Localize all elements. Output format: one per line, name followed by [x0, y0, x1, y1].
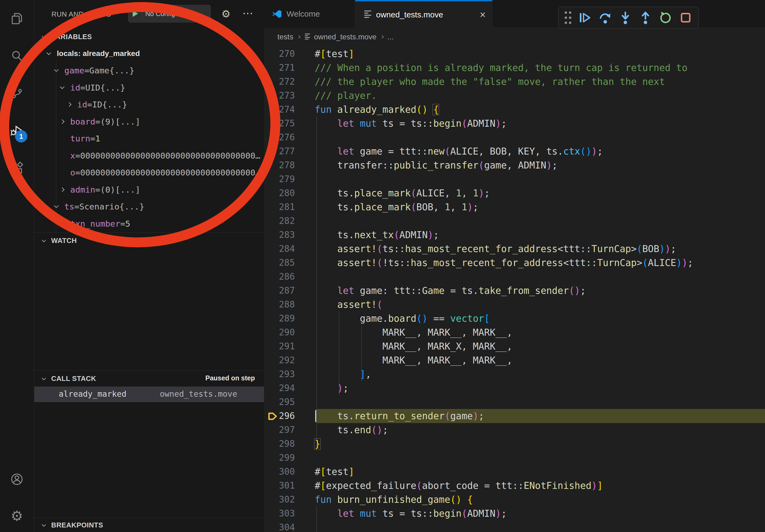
call-stack-frame-row[interactable]: already_markedowned_tests.move: [34, 387, 264, 402]
line-number: 292: [264, 353, 295, 367]
step-into-button[interactable]: [619, 11, 631, 24]
chevron-down-icon[interactable]: [61, 87, 70, 89]
close-tab-icon[interactable]: ×: [480, 11, 486, 19]
code-line[interactable]: 294 );: [264, 381, 765, 395]
code-line[interactable]: 281 ts.place_mark(BOB, 1, 1);: [264, 200, 765, 214]
code-line[interactable]: 298}: [264, 437, 765, 451]
code-line[interactable]: 295: [264, 395, 765, 409]
code-line[interactable]: 286: [264, 270, 765, 284]
code-line[interactable]: 271/// When a position is already marked…: [264, 61, 765, 75]
step-over-button[interactable]: [599, 11, 611, 24]
debug-badge: 1: [15, 130, 27, 142]
tab-owned-tests-move[interactable]: owned_tests.move ×: [355, 0, 492, 28]
extensions-icon[interactable]: [10, 161, 24, 175]
continue-button[interactable]: [579, 11, 591, 24]
variable-row[interactable]: locals: already_marked: [34, 45, 264, 62]
code-line[interactable]: 292 MARK__, MARK__, MARK__,: [264, 353, 765, 367]
code-line[interactable]: 277 let game = ttt::new(ALICE, BOB, KEY,…: [264, 144, 765, 158]
code-line[interactable]: 288 assert!(: [264, 298, 765, 312]
code-line[interactable]: 282: [264, 214, 765, 228]
chevron-right-icon[interactable]: [68, 103, 77, 106]
variable-row[interactable]: admin = (0)[...]: [34, 181, 264, 198]
breakpoints-section-header[interactable]: BREAKPOINTS: [34, 518, 264, 532]
breadcrumb-tests[interactable]: tests: [278, 33, 293, 41]
variable-row[interactable]: x = 000000000000000000000000000000000000…: [34, 147, 264, 164]
code-line-text: ts.next_tx(ADMIN);: [315, 228, 439, 242]
chevron-right-icon[interactable]: [61, 120, 70, 123]
variable-row[interactable]: id = UID{...}: [34, 79, 264, 96]
restart-button[interactable]: [659, 11, 672, 24]
equals-sign: =: [75, 168, 80, 177]
code-line[interactable]: 279: [264, 172, 765, 186]
variable-row[interactable]: txn_number = 5: [34, 215, 264, 232]
variables-list: locals: already_markedgame = Game{...}id…: [34, 45, 264, 232]
code-line[interactable]: 302fun burn_unfinished_game() {: [264, 493, 765, 507]
explorer-icon[interactable]: [10, 12, 24, 25]
breadcrumb-symbol[interactable]: ...: [387, 33, 394, 41]
line-number: 274: [264, 103, 295, 117]
search-icon[interactable]: [10, 49, 24, 63]
chevron-right-icon: [297, 35, 301, 39]
variable-value: ID{...}: [92, 100, 264, 109]
bracket-match-box: [314, 438, 321, 449]
line-number: 289: [264, 312, 295, 326]
code-line[interactable]: 280 ts.place_mark(ALICE, 1, 1);: [264, 186, 765, 200]
code-line[interactable]: 278 transfer::public_transfer(game, ADMI…: [264, 158, 765, 172]
variables-section-header[interactable]: VARIABLES: [34, 28, 264, 45]
equals-sign: =: [84, 66, 90, 75]
debug-config-dropdown[interactable]: No Configur: [128, 5, 211, 23]
code-line[interactable]: 289 game.board() == vector[: [264, 312, 765, 326]
variable-row[interactable]: turn = 1: [34, 130, 264, 147]
chevron-right-icon[interactable]: [61, 188, 70, 191]
drag-handle-icon[interactable]: [565, 11, 571, 24]
code-line-text: MARK__, MARK_X, MARK__,: [315, 339, 512, 353]
code-line[interactable]: 287 let game: ttt::Game = ts.take_from_s…: [264, 284, 765, 298]
variable-row[interactable]: id = ID{...}: [34, 96, 264, 113]
code-line[interactable]: 301#[expected_failure(abort_code = ttt::…: [264, 479, 765, 493]
step-out-button[interactable]: [639, 11, 652, 24]
tab-welcome[interactable]: Welcome: [264, 0, 355, 28]
code-line[interactable]: 283 ts.next_tx(ADMIN);: [264, 228, 765, 242]
start-debug-icon[interactable]: [133, 10, 138, 17]
code-line[interactable]: 284 assert!(ts::has_most_recent_for_addr…: [264, 242, 765, 256]
line-number: 299: [264, 451, 295, 465]
code-line[interactable]: 272/// the player who made the "false" m…: [264, 75, 765, 89]
code-line[interactable]: 270#[test]: [264, 47, 765, 61]
code-line[interactable]: 300#[test]: [264, 465, 765, 479]
variable-name: id: [70, 83, 80, 93]
code-line[interactable]: 291 MARK__, MARK_X, MARK__,: [264, 339, 765, 353]
code-line[interactable]: 285 assert!(!ts::has_most_recent_for_add…: [264, 256, 765, 270]
code-line[interactable]: 293 ],: [264, 367, 765, 381]
code-line[interactable]: 299: [264, 451, 765, 465]
variable-row[interactable]: game = Game{...}: [34, 62, 264, 79]
line-number: 283: [264, 228, 295, 242]
watch-section-header[interactable]: WATCH: [34, 232, 264, 249]
code-line[interactable]: 276: [264, 131, 765, 144]
settings-gear-icon[interactable]: ⚙: [10, 509, 24, 523]
code-line[interactable]: 297 ts.end();: [264, 423, 765, 437]
more-actions-icon[interactable]: ⋯: [242, 7, 253, 19]
code-line[interactable]: 304: [264, 520, 765, 532]
account-icon[interactable]: [10, 472, 24, 486]
code-line[interactable]: 296 ts.return_to_sender(game);: [264, 409, 765, 423]
debug-settings-gear-icon[interactable]: ⚙: [222, 8, 231, 20]
code-line-text: transfer::public_transfer(game, ADMIN);: [315, 158, 557, 172]
code-line[interactable]: 303 let mut ts = ts::begin(ADMIN);: [264, 507, 765, 520]
line-number: 290: [264, 326, 295, 339]
line-number: 271: [264, 61, 295, 75]
code-editor[interactable]: 270#[test]271/// When a position is alre…: [264, 46, 765, 532]
code-line[interactable]: 273/// player.: [264, 89, 765, 103]
code-line[interactable]: 275 let mut ts = ts::begin(ADMIN);: [264, 117, 765, 131]
variable-row[interactable]: ts = Scenario{...}: [34, 198, 264, 215]
code-line[interactable]: 274fun already_marked() {: [264, 103, 765, 117]
line-number: 302: [264, 493, 295, 507]
source-control-icon[interactable]: [10, 86, 24, 100]
variable-row[interactable]: o = 000000000000000000000000000000000000…: [34, 164, 264, 181]
chevron-down-icon: [42, 376, 46, 381]
stop-button[interactable]: [679, 11, 692, 24]
breadcrumb-file[interactable]: owned_tests.move: [314, 33, 376, 41]
variable-row[interactable]: board = (9)[...]: [34, 113, 264, 130]
code-line-text: /// player.: [315, 89, 377, 103]
chevron-down-icon[interactable]: [47, 53, 57, 54]
code-line[interactable]: 290 MARK__, MARK__, MARK__,: [264, 326, 765, 339]
